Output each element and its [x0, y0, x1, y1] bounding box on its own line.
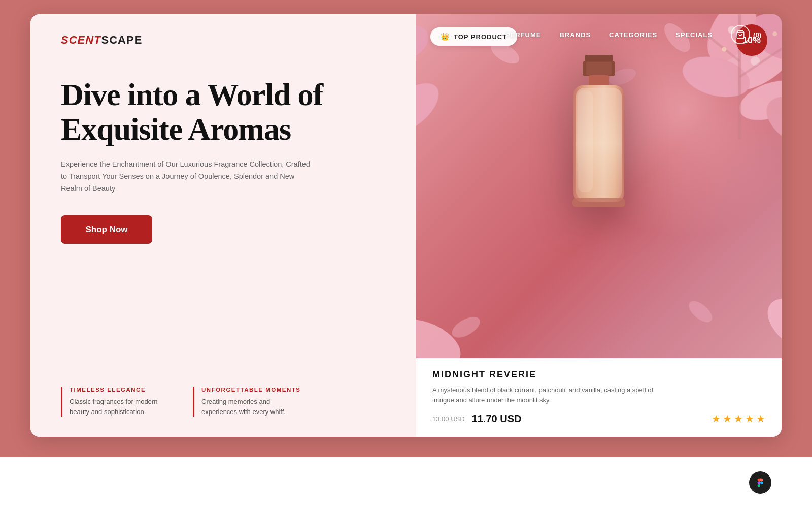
feature-unforgettable-title: UNFORGETTABLE MOMENTS [201, 387, 304, 393]
left-panel: SCENTSCAPE Dive into a World of Exquisit… [30, 14, 416, 437]
hero-subtitle: Experience the Enchantment of Our Luxuri… [61, 158, 315, 195]
right-panel: PERFUME BRANDS CATEGORIES SPECIALS (0) [416, 14, 782, 437]
star-5: ★ [756, 412, 765, 425]
features-section: TIMELESS ELEGANCE Classic fragrances for… [61, 387, 386, 417]
star-rating: ★ ★ ★ ★ ★ [712, 412, 765, 425]
product-name: MIDNIGHT REVERIE [432, 369, 765, 380]
hero-title: Dive into a World of Exquisite Aromas [61, 77, 386, 146]
header: SCENTSCAPE [61, 34, 386, 47]
price-area: 13.00 USD 11.70 USD [432, 413, 521, 425]
feature-unforgettable-desc: Creating memories and experiences with e… [201, 397, 304, 417]
star-3: ★ [734, 412, 743, 425]
main-card: SCENTSCAPE Dive into a World of Exquisit… [30, 14, 782, 437]
cart-count: (0) [753, 31, 761, 39]
svg-rect-44 [572, 198, 625, 207]
svg-rect-43 [576, 88, 622, 200]
nav-categories[interactable]: CATEGORIES [609, 31, 657, 39]
feature-timeless-desc: Classic fragrances for modern beauty and… [70, 397, 173, 417]
figma-icon[interactable] [749, 471, 771, 494]
product-description: A mysterious blend of black currant, pat… [432, 385, 676, 405]
new-price: 11.70 USD [472, 413, 522, 425]
nav: PERFUME BRANDS CATEGORIES SPECIALS (0) [505, 25, 761, 44]
star-4: ★ [745, 412, 754, 425]
svg-point-30 [685, 297, 716, 326]
nav-brands[interactable]: BRANDS [559, 31, 591, 39]
right-header: PERFUME BRANDS CATEGORIES SPECIALS (0) [416, 14, 782, 55]
nav-perfume[interactable]: PERFUME [505, 31, 542, 39]
star-1: ★ [712, 412, 721, 425]
svg-point-11 [416, 74, 448, 142]
old-price: 13.00 USD [432, 415, 465, 423]
feature-unforgettable: UNFORGETTABLE MOMENTS Creating memories … [193, 387, 304, 417]
feature-timeless: TIMELESS ELEGANCE Classic fragrances for… [61, 387, 173, 417]
star-2: ★ [723, 412, 732, 425]
svg-rect-37 [585, 55, 613, 62]
cart-icon [736, 30, 745, 39]
bottom-footer: HERO SECTION [0, 457, 812, 508]
logo[interactable]: SCENTSCAPE [61, 34, 142, 47]
feature-timeless-title: TIMELESS ELEGANCE [70, 387, 173, 393]
svg-point-14 [758, 287, 782, 368]
product-bottom: 13.00 USD 11.70 USD ★ ★ ★ ★ ★ [432, 412, 765, 425]
cart-button[interactable]: (0) [731, 25, 761, 44]
nav-specials[interactable]: SPECIALS [675, 31, 713, 39]
svg-rect-40 [589, 75, 609, 86]
logo-scape: SCAPE [101, 34, 143, 46]
figma-logo [754, 477, 766, 489]
product-info: MIDNIGHT REVERIE A mysterious blend of b… [416, 358, 782, 437]
bottle-container [543, 45, 655, 238]
logo-scent: SCENT [61, 34, 101, 46]
perfume-bottle [548, 50, 650, 233]
cart-circle [731, 25, 750, 44]
svg-point-29 [449, 313, 484, 342]
hero-section-label: HERO SECTION [41, 476, 138, 489]
shop-now-button[interactable]: Shop Now [61, 215, 152, 244]
svg-rect-39 [586, 62, 612, 75]
